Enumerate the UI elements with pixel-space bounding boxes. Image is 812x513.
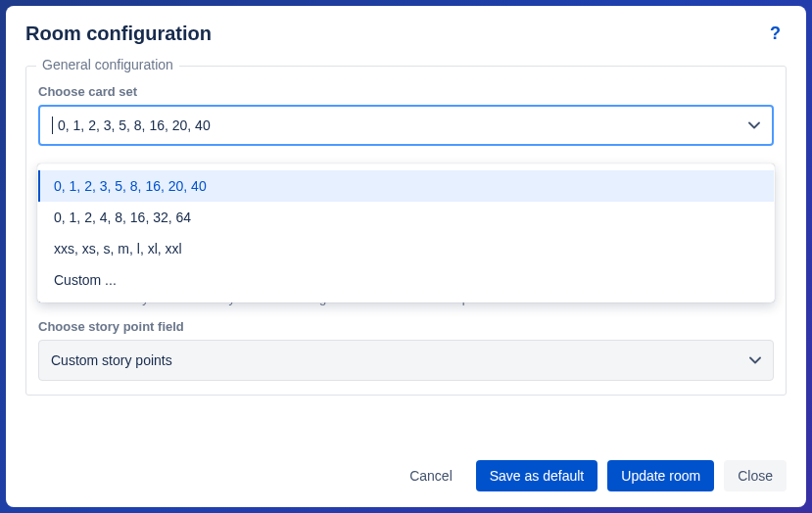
card-set-field: Choose card set [38, 84, 774, 146]
card-set-option[interactable]: 0, 1, 2, 4, 8, 16, 32, 64 [38, 202, 774, 233]
card-set-input[interactable] [52, 117, 748, 133]
story-point-value: Custom story points [51, 352, 172, 368]
modal-title: Room configuration [25, 23, 212, 45]
card-set-label: Choose card set [38, 84, 774, 99]
story-point-field: Choose story point field Custom story po… [38, 319, 774, 381]
cancel-button[interactable]: Cancel [396, 460, 466, 491]
save-default-button[interactable]: Save as default [476, 460, 598, 491]
chevron-down-icon[interactable] [748, 118, 760, 132]
card-set-option[interactable]: 0, 1, 2, 3, 5, 8, 16, 20, 40 [38, 170, 774, 202]
story-point-select[interactable]: Custom story points [38, 340, 774, 381]
close-button[interactable]: Close [724, 460, 787, 491]
fieldset-legend: General configuration [36, 57, 179, 72]
update-room-button[interactable]: Update room [607, 460, 714, 491]
chevron-down-icon[interactable] [749, 353, 761, 367]
card-set-select[interactable] [38, 105, 774, 146]
card-set-option[interactable]: Custom ... [38, 264, 774, 296]
modal-footer: Cancel Save as default Update room Close [6, 450, 806, 507]
room-configuration-modal: Room configuration ? General configurati… [6, 6, 806, 507]
story-point-label: Choose story point field [38, 319, 774, 334]
modal-header: Room configuration ? [6, 6, 806, 50]
card-set-option[interactable]: xxs, xs, s, m, l, xl, xxl [38, 233, 774, 264]
help-icon[interactable]: ? [764, 22, 787, 46]
modal-body: General configuration Choose card set If… [6, 50, 806, 450]
card-set-dropdown: 0, 1, 2, 3, 5, 8, 16, 20, 400, 1, 2, 4, … [37, 163, 775, 303]
